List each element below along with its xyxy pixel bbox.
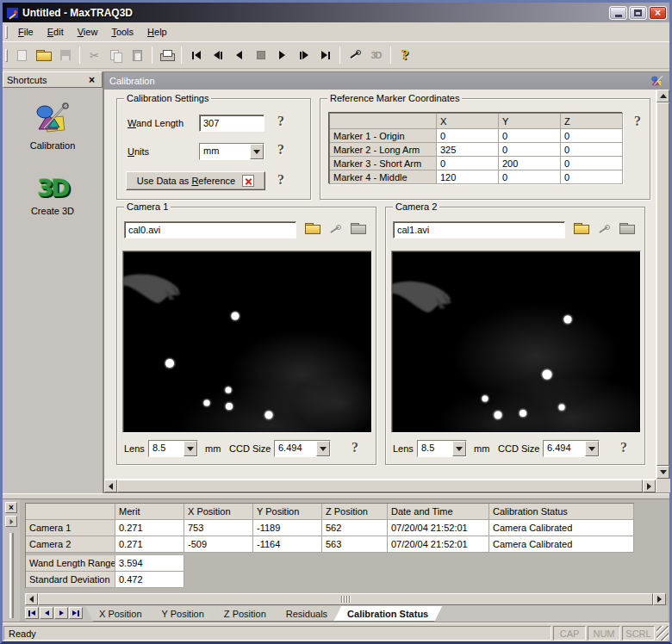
cell-x[interactable]: 120 [437,170,499,184]
row-label: Marker 3 - Short Arm [330,157,437,170]
dock-horizontal-scrollbar[interactable] [25,593,666,605]
cell-x[interactable]: 0 [437,157,499,170]
cell-z-position: 562 [322,520,388,536]
copy-button[interactable] [105,45,127,65]
camera-2-help-icon[interactable]: ? [620,441,627,455]
menu-tools[interactable]: Tools [104,24,140,40]
menu-edit[interactable]: Edit [40,24,71,40]
cell-z[interactable]: 0 [561,157,623,170]
tab-residuals[interactable]: Residuals [272,606,341,622]
scroll-right-button[interactable] [653,593,666,605]
units-combobox[interactable]: mm [199,143,264,160]
dock-close-button[interactable]: × [5,502,17,513]
wand-length-input[interactable] [200,115,264,131]
scroll-right-button[interactable] [643,480,656,492]
help-button[interactable]: ? [395,45,416,65]
shortcut-calibration[interactable]: Calibration [30,102,76,151]
group-title: Calibration Settings [124,93,211,103]
scrollbar-thumb[interactable] [117,480,643,492]
cell-z[interactable]: 0 [561,143,623,157]
dock-expand-button[interactable] [5,516,17,527]
cut-button[interactable]: ✂ [84,45,105,65]
scroll-left-button[interactable] [104,480,117,492]
create-3d-button[interactable]: 3D [365,45,387,65]
camera-2-file-input[interactable] [394,222,564,238]
tab-y-position[interactable]: Y Position [148,606,218,622]
scrollbar-thumb[interactable] [38,593,653,605]
maximize-button[interactable] [629,6,647,20]
scroll-up-button[interactable] [656,90,669,102]
units-help-icon[interactable]: ? [277,143,284,157]
toolbar-gripper[interactable] [5,49,8,62]
menu-gripper[interactable] [5,26,8,39]
next-frame-button[interactable] [293,45,314,65]
tab-x-position[interactable]: X Position [85,606,156,622]
ccd-dropdown-button[interactable] [316,441,330,456]
reference-help-icon[interactable]: ? [634,115,641,128]
units-dropdown-button[interactable] [250,144,264,159]
cell-y[interactable]: 200 [499,157,561,170]
camera-1-ccd-combobox[interactable]: 6.494 [274,440,331,457]
menu-file[interactable]: File [11,24,40,40]
close-file-icon[interactable] [619,223,634,233]
open-file-icon[interactable] [574,223,588,233]
auto-digitize-wand-icon[interactable] [597,223,611,237]
tab-calibration-status[interactable]: Calibration Status [333,606,442,622]
play-button[interactable] [271,45,293,65]
lens-dropdown-button[interactable] [184,441,197,456]
wand-length-help-icon[interactable]: ? [277,115,284,128]
calibration-small-icon [650,75,664,88]
tab-first-button[interactable] [25,607,39,619]
open-button[interactable] [33,45,54,65]
minimize-button[interactable] [609,6,627,20]
scroll-left-button[interactable] [25,593,38,605]
cell-y[interactable]: 0 [499,143,561,157]
camera-2-ccd-combobox[interactable]: 6.494 [543,440,600,457]
header-cell-z: Z [561,114,623,129]
row-label: Camera 1 [26,520,115,536]
play-backward-button[interactable] [228,45,250,65]
dock-gripper[interactable] [9,533,14,618]
camera-1-help-icon[interactable]: ? [352,441,358,455]
ccd-dropdown-button[interactable] [585,441,599,456]
use-data-help-icon[interactable]: ? [277,173,284,187]
new-button[interactable] [11,45,33,65]
cell-z[interactable]: 0 [561,129,623,143]
tab-next-button[interactable] [54,607,68,619]
tab-prev-button[interactable] [40,607,53,619]
save-button[interactable] [54,45,76,65]
wand-tool-button[interactable] [344,45,365,65]
tab-last-button[interactable] [69,607,83,619]
document-horizontal-scrollbar[interactable] [104,480,656,492]
cell-z[interactable]: 0 [561,170,623,184]
cell-x[interactable]: 0 [437,129,499,143]
goto-last-frame-button[interactable] [314,45,336,65]
scroll-down-button[interactable] [656,466,669,479]
close-button[interactable]: × [649,6,667,20]
use-data-as-reference-button[interactable]: Use Data as Reference [126,171,265,190]
auto-digitize-wand-icon[interactable] [328,223,342,237]
camera-1-file-input[interactable] [125,222,296,238]
menu-view[interactable]: View [71,24,105,40]
tab-z-position[interactable]: Z Position [210,606,280,622]
print-button[interactable] [156,45,177,65]
shortcut-create-3d[interactable]: 3D Create 3D [31,175,74,216]
camera-2-lens-combobox[interactable]: 8.5 [417,440,467,457]
shortcuts-close-button[interactable]: × [85,74,98,86]
cell-x[interactable]: 325 [437,143,499,157]
cell-date-time: 07/20/04 21:52:01 [388,536,489,553]
close-file-icon[interactable] [351,223,365,233]
prev-frame-button[interactable] [207,45,228,65]
scrollbar-thumb[interactable] [656,102,669,466]
cell-y[interactable]: 0 [499,129,561,143]
menu-help[interactable]: Help [140,24,174,40]
camera-1-lens-combobox[interactable]: 8.5 [148,440,198,457]
stop-button[interactable] [250,45,271,65]
open-file-icon[interactable] [305,223,320,233]
cell-y[interactable]: 0 [499,170,561,184]
goto-first-frame-button[interactable] [185,45,207,65]
paste-button[interactable] [127,45,148,65]
lens-dropdown-button[interactable] [452,441,466,456]
document-vertical-scrollbar[interactable] [656,90,669,492]
resize-grip[interactable] [656,626,669,641]
